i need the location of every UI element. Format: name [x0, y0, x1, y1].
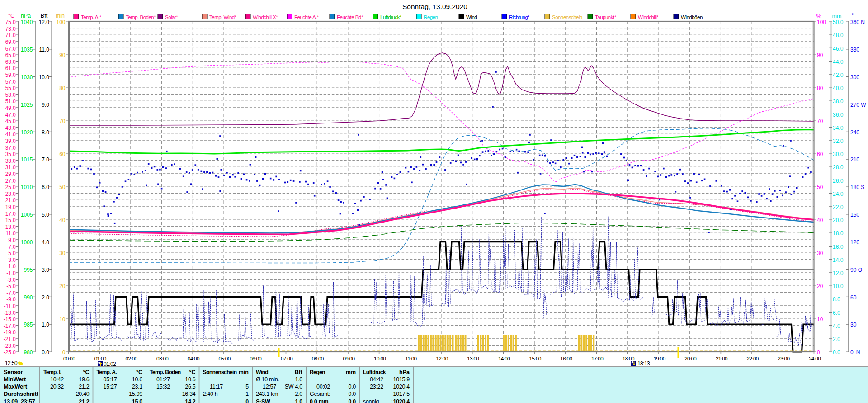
svg-text:hPa: hPa	[399, 369, 410, 375]
svg-text:20:32: 20:32	[50, 384, 64, 390]
svg-text:90: 90	[817, 52, 823, 58]
svg-text:1040: 1040	[21, 19, 33, 25]
svg-text:42.0: 42.0	[833, 72, 844, 78]
svg-text:240: 240	[850, 129, 859, 136]
svg-text:37.0: 37.0	[5, 145, 16, 151]
svg-text:-5.0: -5.0	[6, 283, 16, 289]
svg-text:Temp. A.: Temp. A.	[97, 369, 117, 375]
svg-text:0.0: 0.0	[349, 391, 356, 397]
svg-text:300: 300	[850, 74, 859, 81]
svg-text:°C: °C	[83, 369, 89, 375]
svg-text:01:02: 01:02	[104, 361, 116, 367]
svg-text:min: min	[56, 13, 65, 19]
svg-text:18:00: 18:00	[623, 356, 635, 362]
svg-text:35.0: 35.0	[5, 151, 16, 157]
svg-text:0: 0	[62, 349, 66, 356]
svg-text:71.0: 71.0	[5, 32, 16, 38]
svg-text:25.0: 25.0	[5, 184, 16, 190]
svg-text:14.0: 14.0	[833, 257, 844, 263]
svg-text:65.0: 65.0	[5, 52, 16, 58]
svg-text:47.0: 47.0	[5, 112, 16, 118]
svg-text:Regen: Regen	[310, 369, 325, 375]
svg-text:12:50: 12:50	[5, 360, 18, 366]
svg-text:31.0: 31.0	[5, 164, 16, 171]
svg-text:14.2: 14.2	[185, 398, 195, 403]
svg-text:6.0: 6.0	[42, 184, 49, 190]
svg-text:5: 5	[245, 384, 249, 390]
svg-text:23:22: 23:22	[370, 384, 383, 390]
svg-text:Temp. Boden*: Temp. Boden*	[126, 14, 156, 20]
svg-text:45.0: 45.0	[5, 118, 16, 124]
svg-text:7.0: 7.0	[42, 156, 49, 163]
svg-text:6.0: 6.0	[833, 310, 840, 316]
svg-text:53.0: 53.0	[5, 92, 16, 98]
svg-text:15.0: 15.0	[132, 398, 142, 403]
svg-text:30: 30	[850, 322, 857, 328]
svg-text:90 O: 90 O	[850, 267, 862, 273]
svg-text:%: %	[816, 13, 821, 19]
svg-text:11.0: 11.0	[6, 230, 16, 237]
svg-text:05:00: 05:00	[218, 356, 231, 362]
svg-text:10:42: 10:42	[50, 376, 64, 383]
svg-text:12:57: 12:57	[263, 384, 276, 390]
svg-text:1015: 1015	[21, 156, 33, 163]
svg-text:Sonnenschein: Sonnenschein	[552, 14, 582, 20]
svg-text:22.0: 22.0	[833, 204, 844, 210]
svg-text:-7.0: -7.0	[6, 290, 16, 296]
svg-text:05:17: 05:17	[104, 376, 117, 383]
svg-text:Temp. I.: Temp. I.	[43, 369, 61, 375]
svg-text:34.0: 34.0	[833, 125, 844, 131]
svg-text:17:00: 17:00	[591, 356, 604, 362]
svg-text:↑1020.4: ↑1020.4	[391, 398, 410, 403]
svg-text:41.0: 41.0	[5, 131, 16, 137]
svg-text:44.0: 44.0	[833, 59, 844, 65]
svg-text:21.2: 21.2	[79, 398, 89, 403]
svg-text:-15.0: -15.0	[4, 316, 16, 322]
svg-text:Durchschnitt: Durchschnitt	[4, 390, 39, 397]
svg-text:270 W: 270 W	[850, 102, 866, 108]
svg-text:9.0: 9.0	[42, 102, 49, 108]
svg-text:mm: mm	[346, 369, 356, 375]
svg-text:330: 330	[850, 47, 859, 53]
svg-text:13.09. 23:57: 13.09. 23:57	[4, 398, 35, 403]
svg-text:09:00: 09:00	[343, 356, 355, 362]
svg-text:28.0: 28.0	[833, 164, 844, 171]
svg-text:7.0: 7.0	[8, 244, 16, 250]
svg-text:-13.0: -13.0	[4, 310, 16, 316]
svg-text:24.0: 24.0	[833, 191, 844, 197]
svg-text:15:27: 15:27	[104, 384, 117, 390]
svg-text:0 N: 0 N	[850, 349, 860, 356]
svg-text:0.0: 0.0	[833, 349, 840, 356]
svg-text:10.0: 10.0	[833, 283, 844, 289]
svg-text:12.0: 12.0	[39, 19, 50, 25]
svg-text:11:00: 11:00	[405, 356, 417, 362]
svg-text:mm: mm	[832, 13, 842, 19]
svg-text:360 N: 360 N	[850, 19, 865, 25]
svg-text:13:00: 13:00	[467, 356, 479, 362]
svg-text:Temp. A.*: Temp. A.*	[81, 14, 102, 20]
svg-text:29.0: 29.0	[5, 171, 16, 177]
svg-text:1030: 1030	[21, 74, 33, 81]
svg-text:67.0: 67.0	[5, 46, 16, 52]
svg-text:40: 40	[817, 217, 823, 223]
svg-text:SW 4.0: SW 4.0	[285, 384, 303, 390]
svg-text:1.0: 1.0	[8, 263, 16, 270]
svg-text:06:00: 06:00	[250, 356, 262, 362]
svg-text:15:32: 15:32	[156, 384, 170, 390]
svg-text:990: 990	[24, 294, 33, 301]
svg-text:243.1 km: 243.1 km	[256, 391, 278, 397]
svg-text:21.2: 21.2	[79, 384, 89, 390]
svg-text:1020.4: 1020.4	[393, 384, 410, 390]
svg-text:04:42: 04:42	[370, 376, 383, 383]
svg-text:63.0: 63.0	[5, 59, 16, 65]
svg-text:Windchill X*: Windchill X*	[253, 14, 278, 20]
svg-text:16.34: 16.34	[182, 391, 196, 397]
svg-text:20.40: 20.40	[76, 391, 90, 397]
svg-text:1010: 1010	[21, 184, 33, 190]
svg-text:12.0: 12.0	[833, 270, 844, 276]
svg-text:33.0: 33.0	[5, 158, 16, 164]
svg-text:23.0: 23.0	[5, 191, 16, 197]
svg-text:49.0: 49.0	[5, 105, 16, 111]
svg-text:46.0: 46.0	[833, 46, 844, 52]
svg-text:15.99: 15.99	[129, 391, 142, 397]
